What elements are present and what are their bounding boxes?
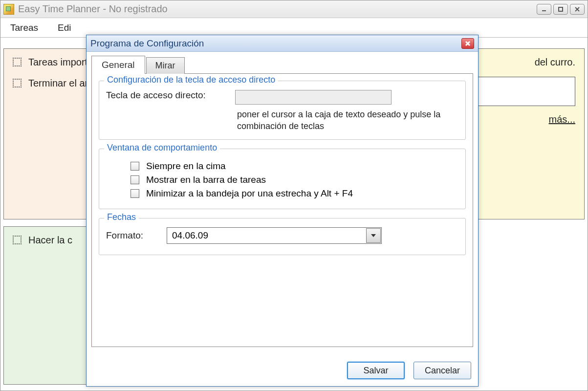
checkbox-label: Siempre en la cima — [146, 161, 226, 172]
date-format-label: Formato: — [106, 230, 160, 241]
group-hotkey-legend: Configuración de la tecla de acceso dire… — [104, 75, 278, 85]
group-window-legend: Ventana de comportamiento — [104, 143, 220, 153]
app-icon — [3, 4, 14, 15]
hotkey-hint: poner el cursor a la caja de texto desea… — [237, 109, 442, 132]
menu-edi[interactable]: Edi — [58, 22, 71, 33]
tab-general[interactable]: General — [91, 56, 145, 74]
svg-marker-6 — [371, 234, 376, 237]
hotkey-label: Tecla de acceso directo: — [106, 90, 228, 101]
checkbox-label: Mostrar en la barra de tareas — [146, 174, 266, 185]
app-titlebar: Easy Time Planner - No registrado — [0, 0, 588, 18]
task-text: Hacer la c — [28, 234, 72, 247]
dialog-title: Programa de Configuración — [90, 38, 204, 49]
svg-rect-1 — [559, 7, 563, 11]
checkbox-minimize-tray[interactable] — [131, 189, 139, 198]
dialog-buttons: Salvar Cancelar — [87, 356, 478, 386]
config-dialog: Programa de Configuración General Mirar … — [86, 35, 479, 387]
tabbar: General Mirar — [91, 56, 473, 73]
checkbox-show-taskbar[interactable] — [131, 175, 139, 184]
group-dates-legend: Fechas — [104, 212, 139, 222]
menu-tareas[interactable]: Tareas — [10, 22, 38, 33]
dialog-titlebar[interactable]: Programa de Configuración — [87, 35, 478, 52]
app-title: Easy Time Planner - No registrado — [18, 3, 168, 15]
date-format-dropdown[interactable]: 04.06.09 — [167, 227, 382, 244]
tab-pane-general: Configuración de la tecla de acceso dire… — [91, 73, 473, 347]
group-window-behavior: Ventana de comportamiento Siempre en la … — [99, 149, 466, 209]
group-dates: Fechas Formato: 04.06.09 — [99, 218, 466, 255]
minimize-button[interactable] — [537, 4, 551, 15]
hotkey-input[interactable] — [235, 90, 392, 105]
group-hotkey: Configuración de la tecla de acceso dire… — [99, 81, 466, 140]
close-button[interactable] — [570, 4, 585, 15]
cancel-button[interactable]: Cancelar — [414, 362, 471, 379]
tab-mirar[interactable]: Mirar — [146, 57, 185, 74]
task-text: del curro. — [535, 56, 575, 69]
task-checkbox[interactable] — [13, 236, 22, 244]
task-checkbox[interactable] — [13, 58, 22, 66]
chevron-down-icon[interactable] — [366, 228, 381, 243]
checkbox-label: Minimizar a la bandeja por una estrecha … — [146, 188, 353, 199]
dialog-close-button[interactable] — [461, 38, 474, 49]
maximize-button[interactable] — [553, 4, 568, 15]
save-button[interactable]: Salvar — [347, 362, 405, 379]
task-checkbox[interactable] — [13, 79, 22, 87]
date-format-value: 04.06.09 — [167, 230, 366, 241]
checkbox-always-on-top[interactable] — [131, 162, 139, 171]
